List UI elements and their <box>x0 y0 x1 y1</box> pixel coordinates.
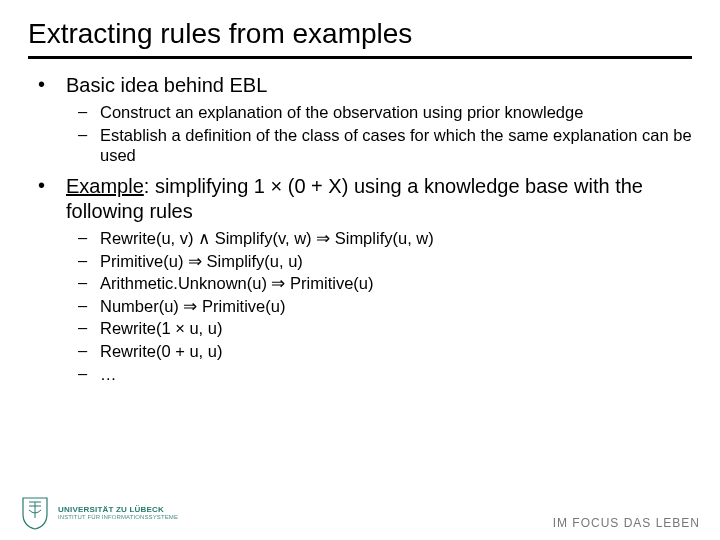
tagline: IM FOCUS DAS LEBEN <box>553 516 700 530</box>
dash-marker: – <box>78 341 100 360</box>
sub-bullet-item: –Construct an explanation of the observa… <box>78 102 692 123</box>
slide: Extracting rules from examples • Basic i… <box>0 0 720 540</box>
sub-bullet-text: Primitive(u) ⇒ Simplify(u, u) <box>100 251 692 272</box>
dash-marker: – <box>78 228 100 247</box>
sub-bullet-text: … <box>100 364 692 385</box>
dash-marker: – <box>78 273 100 292</box>
sub-bullet-item: –Rewrite(1 × u, u) <box>78 318 692 339</box>
bullet-item: • Basic idea behind EBL –Construct an ex… <box>38 73 692 166</box>
university-branding: UNIVERSITÄT ZU LÜBECK INSTITUT FÜR INFOR… <box>20 496 178 530</box>
bullet-text: Example: simplifying 1 × (0 + X) using a… <box>66 174 692 224</box>
bullet-text-suffix: Basic idea behind EBL <box>66 74 267 96</box>
sub-bullet-item: –Number(u) ⇒ Primitive(u) <box>78 296 692 317</box>
content-area: • Basic idea behind EBL –Construct an ex… <box>28 73 692 384</box>
title-divider <box>28 56 692 59</box>
slide-title: Extracting rules from examples <box>28 18 692 50</box>
dash-marker: – <box>78 125 100 144</box>
sub-bullet-item: –Rewrite(u, v) ∧ Simplify(v, w) ⇒ Simpli… <box>78 228 692 249</box>
dash-marker: – <box>78 296 100 315</box>
footer: UNIVERSITÄT ZU LÜBECK INSTITUT FÜR INFOR… <box>0 496 720 530</box>
bullet-text: Basic idea behind EBL <box>66 73 692 98</box>
sub-bullet-text: Rewrite(0 + u, u) <box>100 341 692 362</box>
bullet-list-level2: –Rewrite(u, v) ∧ Simplify(v, w) ⇒ Simpli… <box>38 228 692 384</box>
sub-bullet-text: Construct an explanation of the observat… <box>100 102 692 123</box>
institute-name: INSTITUT FÜR INFORMATIONSSYSTEME <box>58 514 178 520</box>
sub-bullet-item: –Arithmetic.Unknown(u) ⇒ Primitive(u) <box>78 273 692 294</box>
dash-marker: – <box>78 102 100 121</box>
sub-bullet-item: –Establish a definition of the class of … <box>78 125 692 166</box>
sub-bullet-item: –Rewrite(0 + u, u) <box>78 341 692 362</box>
university-text: UNIVERSITÄT ZU LÜBECK INSTITUT FÜR INFOR… <box>58 506 178 521</box>
sub-bullet-item: –… <box>78 364 692 385</box>
university-crest-icon <box>20 496 50 530</box>
dash-marker: – <box>78 318 100 337</box>
bullet-text-suffix: : simplifying 1 × (0 + X) using a knowle… <box>66 175 643 222</box>
bullet-list-level1: • Basic idea behind EBL –Construct an ex… <box>38 73 692 384</box>
university-name: UNIVERSITÄT ZU LÜBECK <box>58 506 178 515</box>
sub-bullet-text: Establish a definition of the class of c… <box>100 125 692 166</box>
sub-bullet-text: Arithmetic.Unknown(u) ⇒ Primitive(u) <box>100 273 692 294</box>
bullet-marker: • <box>38 73 66 96</box>
sub-bullet-text: Rewrite(1 × u, u) <box>100 318 692 339</box>
dash-marker: – <box>78 251 100 270</box>
bullet-marker: • <box>38 174 66 197</box>
sub-bullet-item: –Primitive(u) ⇒ Simplify(u, u) <box>78 251 692 272</box>
bullet-item: • Example: simplifying 1 × (0 + X) using… <box>38 174 692 384</box>
dash-marker: – <box>78 364 100 383</box>
sub-bullet-text: Rewrite(u, v) ∧ Simplify(v, w) ⇒ Simplif… <box>100 228 692 249</box>
sub-bullet-text: Number(u) ⇒ Primitive(u) <box>100 296 692 317</box>
bullet-text-underlined: Example <box>66 175 144 197</box>
bullet-list-level2: –Construct an explanation of the observa… <box>38 102 692 166</box>
